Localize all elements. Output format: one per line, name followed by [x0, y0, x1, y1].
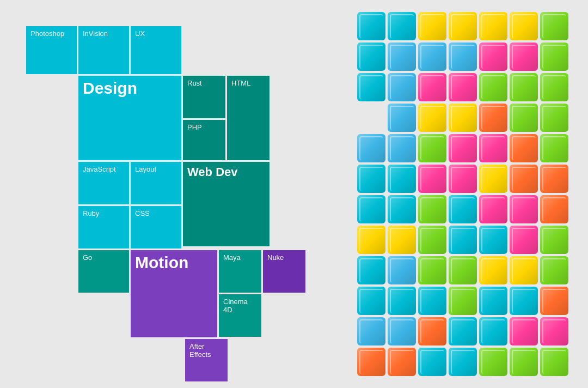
block-4-4 — [479, 134, 507, 162]
block-10-5 — [510, 317, 538, 345]
block-2-4 — [479, 73, 507, 101]
block-6-2 — [418, 195, 446, 223]
block-5-5 — [510, 165, 538, 193]
block-2-0 — [357, 73, 385, 101]
block-2-2 — [418, 73, 446, 101]
block-4-6 — [540, 134, 568, 162]
block-5-4 — [479, 165, 507, 193]
block-11-1 — [388, 348, 416, 376]
block-1-0 — [357, 43, 385, 71]
block-1-1 — [388, 43, 416, 71]
tile-nuke[interactable]: Nuke — [263, 250, 305, 293]
block-8-2 — [418, 256, 446, 284]
block-6-0 — [357, 195, 385, 223]
block-5-1 — [388, 165, 416, 193]
block-9-5 — [510, 287, 538, 315]
tile-design[interactable]: Design — [78, 76, 181, 160]
block-10-1 — [388, 317, 416, 345]
block-7-6 — [540, 226, 568, 254]
block-5-0 — [357, 165, 385, 193]
treemap: PhotoshopInVisionUXDesignRustPHPHTMLJava… — [11, 11, 327, 381]
tile-motion[interactable]: Motion — [131, 250, 217, 337]
block-0-5 — [510, 12, 538, 40]
block-7-4 — [479, 226, 507, 254]
tile-cinema4d[interactable]: Cinema 4D — [219, 294, 261, 337]
tile-php[interactable]: PHP — [183, 120, 225, 160]
block-10-3 — [449, 317, 477, 345]
block-4-3 — [449, 134, 477, 162]
block-11-0 — [357, 348, 385, 376]
tile-invision[interactable]: InVision — [78, 26, 129, 74]
block-10-6 — [540, 317, 568, 345]
block-0-6 — [540, 12, 568, 40]
block-0-1 — [388, 12, 416, 40]
tile-photoshop[interactable]: Photoshop — [26, 26, 77, 74]
block-11-6 — [540, 348, 568, 376]
block-7-1 — [388, 226, 416, 254]
block-3-6 — [540, 104, 568, 132]
block-10-2 — [418, 317, 446, 345]
block-10-0 — [357, 317, 385, 345]
tile-javascript[interactable]: JavaScript — [78, 162, 129, 204]
block-11-4 — [479, 348, 507, 376]
treemap-panel: PhotoshopInVisionUXDesignRustPHPHTMLJava… — [0, 0, 338, 388]
tile-maya[interactable]: Maya — [219, 250, 261, 293]
tile-layout[interactable]: Layout — [131, 162, 181, 204]
block-11-2 — [418, 348, 446, 376]
blocks-grid — [357, 12, 568, 376]
block-3-5 — [510, 104, 538, 132]
block-11-3 — [449, 348, 477, 376]
block-9-6 — [540, 287, 568, 315]
block-4-1 — [388, 134, 416, 162]
block-4-0 — [357, 134, 385, 162]
block-9-0 — [357, 287, 385, 315]
block-1-6 — [540, 43, 568, 71]
block-10-4 — [479, 317, 507, 345]
block-7-5 — [510, 226, 538, 254]
block-2-5 — [510, 73, 538, 101]
block-0-3 — [449, 12, 477, 40]
block-3-2 — [418, 104, 446, 132]
tile-go[interactable]: Go — [78, 250, 129, 293]
block-0-0 — [357, 12, 385, 40]
block-6-5 — [510, 195, 538, 223]
blocks-panel — [338, 0, 588, 388]
block-6-1 — [388, 195, 416, 223]
block-1-2 — [418, 43, 446, 71]
block-2-6 — [540, 73, 568, 101]
tile-css[interactable]: CSS — [131, 206, 181, 248]
block-8-4 — [479, 256, 507, 284]
block-11-5 — [510, 348, 538, 376]
tile-aftereffects[interactable]: After Effects — [185, 339, 228, 381]
block-1-5 — [510, 43, 538, 71]
block-8-6 — [540, 256, 568, 284]
block-3-4 — [479, 104, 507, 132]
block-1-4 — [479, 43, 507, 71]
block-6-3 — [449, 195, 477, 223]
block-7-2 — [418, 226, 446, 254]
block-4-2 — [418, 134, 446, 162]
block-7-3 — [449, 226, 477, 254]
block-6-4 — [479, 195, 507, 223]
block-5-3 — [449, 165, 477, 193]
block-3-3 — [449, 104, 477, 132]
tile-html[interactable]: HTML — [227, 76, 270, 160]
block-0-2 — [418, 12, 446, 40]
block-7-0 — [357, 226, 385, 254]
block-6-6 — [540, 195, 568, 223]
block-1-3 — [449, 43, 477, 71]
block-2-1 — [388, 73, 416, 101]
tile-webdev[interactable]: Web Dev — [183, 162, 270, 246]
block-5-2 — [418, 165, 446, 193]
tile-ruby[interactable]: Ruby — [78, 206, 129, 248]
block-2-3 — [449, 73, 477, 101]
tile-ux[interactable]: UX — [131, 26, 181, 74]
block-8-5 — [510, 256, 538, 284]
block-3-1 — [388, 104, 416, 132]
block-8-1 — [388, 256, 416, 284]
tile-rust[interactable]: Rust — [183, 76, 225, 118]
block-9-4 — [479, 287, 507, 315]
block-8-3 — [449, 256, 477, 284]
block-8-0 — [357, 256, 385, 284]
block-4-5 — [510, 134, 538, 162]
